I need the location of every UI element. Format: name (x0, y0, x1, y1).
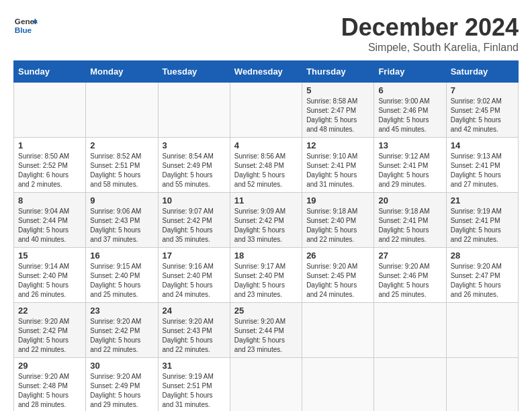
day-18: 18 Sunrise: 9:17 AMSunset: 2:40 PMDaylig… (230, 248, 302, 303)
day-2: 2 Sunrise: 8:52 AMSunset: 2:51 PMDayligh… (86, 138, 158, 193)
svg-text:Blue: Blue (15, 26, 32, 34)
header-row: Sunday Monday Tuesday Wednesday Thursday… (14, 61, 519, 83)
week-row-4: 15 Sunrise: 9:14 AMSunset: 2:40 PMDaylig… (14, 248, 519, 303)
week-row-3: 8 Sunrise: 9:04 AMSunset: 2:44 PMDayligh… (14, 193, 519, 248)
day-24: 24 Sunrise: 9:20 AMSunset: 2:43 PMDaylig… (158, 303, 230, 358)
day-7: 7 Sunrise: 9:02 AMSunset: 2:45 PMDayligh… (446, 83, 518, 138)
week-row-2: 1 Sunrise: 8:50 AMSunset: 2:52 PMDayligh… (14, 138, 519, 193)
day-25: 25 Sunrise: 9:20 AMSunset: 2:44 PMDaylig… (230, 303, 302, 358)
title-section: December 2024 Simpele, South Karelia, Fi… (341, 13, 519, 54)
day-15: 15 Sunrise: 9:14 AMSunset: 2:40 PMDaylig… (14, 248, 86, 303)
empty-cell (14, 83, 86, 138)
col-thursday: Thursday (302, 61, 374, 83)
day-10: 10 Sunrise: 9:07 AMSunset: 2:42 PMDaylig… (158, 193, 230, 248)
empty-cell (446, 303, 518, 358)
day-9: 9 Sunrise: 9:06 AMSunset: 2:43 PMDayligh… (86, 193, 158, 248)
empty-cell (374, 303, 446, 358)
day-21: 21 Sunrise: 9:19 AMSunset: 2:41 PMDaylig… (446, 193, 518, 248)
col-wednesday: Wednesday (230, 61, 302, 83)
day-8: 8 Sunrise: 9:04 AMSunset: 2:44 PMDayligh… (14, 193, 86, 248)
col-sunday: Sunday (14, 61, 86, 83)
week-row-1: 5 Sunrise: 8:58 AMSunset: 2:47 PMDayligh… (14, 83, 519, 138)
day-16: 16 Sunrise: 9:15 AMSunset: 2:40 PMDaylig… (86, 248, 158, 303)
empty-cell (158, 83, 230, 138)
col-monday: Monday (86, 61, 158, 83)
empty-cell (302, 303, 374, 358)
day-6: 6 Sunrise: 9:00 AMSunset: 2:46 PMDayligh… (374, 83, 446, 138)
empty-cell (446, 358, 518, 412)
empty-cell (374, 358, 446, 412)
empty-cell (86, 83, 158, 138)
col-tuesday: Tuesday (158, 61, 230, 83)
location-subtitle: Simpele, South Karelia, Finland (341, 42, 519, 54)
day-26: 26 Sunrise: 9:20 AMSunset: 2:45 PMDaylig… (302, 248, 374, 303)
day-22: 22 Sunrise: 9:20 AMSunset: 2:42 PMDaylig… (14, 303, 86, 358)
empty-cell (230, 83, 302, 138)
empty-cell (230, 358, 302, 412)
day-13: 13 Sunrise: 9:12 AMSunset: 2:41 PMDaylig… (374, 138, 446, 193)
logo-icon: General Blue (13, 13, 38, 38)
empty-cell (302, 358, 374, 412)
week-row-6: 29 Sunrise: 9:20 AMSunset: 2:48 PMDaylig… (14, 358, 519, 412)
col-saturday: Saturday (446, 61, 518, 83)
col-friday: Friday (374, 61, 446, 83)
day-30: 30 Sunrise: 9:20 AMSunset: 2:49 PMDaylig… (86, 358, 158, 412)
day-23: 23 Sunrise: 9:20 AMSunset: 2:42 PMDaylig… (86, 303, 158, 358)
day-19: 19 Sunrise: 9:18 AMSunset: 2:40 PMDaylig… (302, 193, 374, 248)
logo: General Blue (13, 13, 38, 38)
header: General Blue December 2024 Simpele, Sout… (13, 13, 519, 54)
day-4: 4 Sunrise: 8:56 AMSunset: 2:48 PMDayligh… (230, 138, 302, 193)
day-29: 29 Sunrise: 9:20 AMSunset: 2:48 PMDaylig… (14, 358, 86, 412)
day-27: 27 Sunrise: 9:20 AMSunset: 2:46 PMDaylig… (374, 248, 446, 303)
day-28: 28 Sunrise: 9:20 AMSunset: 2:47 PMDaylig… (446, 248, 518, 303)
day-5: 5 Sunrise: 8:58 AMSunset: 2:47 PMDayligh… (302, 83, 374, 138)
day-17: 17 Sunrise: 9:16 AMSunset: 2:40 PMDaylig… (158, 248, 230, 303)
calendar-table: Sunday Monday Tuesday Wednesday Thursday… (13, 60, 519, 411)
day-14: 14 Sunrise: 9:13 AMSunset: 2:41 PMDaylig… (446, 138, 518, 193)
day-12: 12 Sunrise: 9:10 AMSunset: 2:41 PMDaylig… (302, 138, 374, 193)
day-1: 1 Sunrise: 8:50 AMSunset: 2:52 PMDayligh… (14, 138, 86, 193)
day-3: 3 Sunrise: 8:54 AMSunset: 2:49 PMDayligh… (158, 138, 230, 193)
month-title: December 2024 (341, 13, 519, 42)
week-row-5: 22 Sunrise: 9:20 AMSunset: 2:42 PMDaylig… (14, 303, 519, 358)
day-20: 20 Sunrise: 9:18 AMSunset: 2:41 PMDaylig… (374, 193, 446, 248)
day-11: 11 Sunrise: 9:09 AMSunset: 2:42 PMDaylig… (230, 193, 302, 248)
day-31: 31 Sunrise: 9:19 AMSunset: 2:51 PMDaylig… (158, 358, 230, 412)
